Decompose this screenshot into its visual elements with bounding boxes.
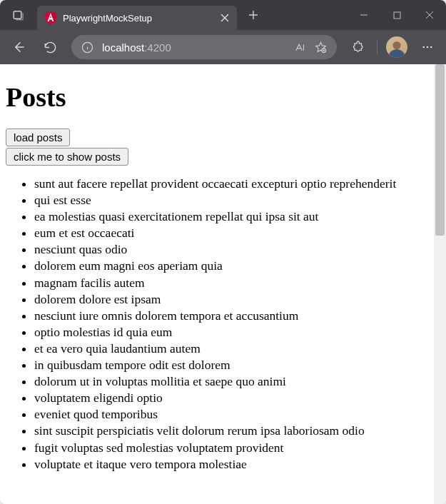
post-item: fugit voluptas sed molestias voluptatem … xyxy=(34,440,428,456)
post-item: eum et est occaecati xyxy=(34,225,428,241)
show-posts-button[interactable]: click me to show posts xyxy=(6,148,128,166)
page-content: Posts load posts click me to show posts … xyxy=(0,64,434,504)
url-host: localhost xyxy=(102,41,144,54)
post-item: sint suscipit perspiciatis velit dolorum… xyxy=(34,423,428,439)
post-item: optio molestias id quia eum xyxy=(34,324,428,341)
back-button[interactable] xyxy=(4,34,33,61)
minimize-button[interactable] xyxy=(348,0,380,30)
vertical-scrollbar[interactable] xyxy=(434,64,446,504)
post-item: et ea vero quia laudantium autem xyxy=(34,341,428,357)
reader-mode-icon[interactable] xyxy=(294,41,306,54)
post-item: eveniet quod temporibus xyxy=(34,406,428,423)
post-item: magnam facilis autem xyxy=(34,275,428,291)
post-item: voluptatem eligendi optio xyxy=(34,390,428,406)
svg-rect-0 xyxy=(14,11,21,19)
titlebar-left: PlaywrightMockSetup xyxy=(0,0,348,30)
more-menu-icon[interactable] xyxy=(413,34,442,61)
tab-actions-icon[interactable] xyxy=(0,9,37,21)
post-item: nesciunt iure omnis dolorem tempora et a… xyxy=(34,308,428,324)
url-port: :4200 xyxy=(144,41,171,54)
load-posts-button[interactable]: load posts xyxy=(6,128,70,146)
page-heading: Posts xyxy=(6,81,428,113)
titlebar: PlaywrightMockSetup xyxy=(0,0,446,30)
scrollbar-thumb[interactable] xyxy=(435,64,445,236)
site-info-icon[interactable] xyxy=(81,41,93,54)
toolbar-right xyxy=(344,34,442,61)
browser-toolbar: localhost:4200 xyxy=(0,30,446,64)
extensions-icon[interactable] xyxy=(344,34,372,61)
post-item: ea molestias quasi exercitationem repell… xyxy=(34,208,428,225)
address-bar-actions xyxy=(294,41,327,54)
post-item: nesciunt quas odio xyxy=(34,241,428,258)
close-tab-icon[interactable] xyxy=(218,11,231,24)
url-text: localhost:4200 xyxy=(102,41,285,54)
browser-window: PlaywrightMockSetup xyxy=(0,0,446,504)
post-item: dolorem eum magni eos aperiam quia xyxy=(34,258,428,274)
post-item: sunt aut facere repellat provident occae… xyxy=(34,176,428,192)
close-window-button[interactable] xyxy=(413,0,446,30)
angular-icon xyxy=(44,11,57,24)
toolbar-separator xyxy=(377,40,377,54)
post-item: dolorem dolore est ipsam xyxy=(34,291,428,308)
svg-rect-3 xyxy=(394,12,400,19)
svg-point-6 xyxy=(422,46,425,49)
maximize-button[interactable] xyxy=(380,0,413,30)
posts-list: sunt aut facere repellat provident occae… xyxy=(6,176,428,473)
svg-point-7 xyxy=(427,46,429,49)
profile-avatar[interactable] xyxy=(386,36,407,58)
address-bar[interactable]: localhost:4200 xyxy=(71,35,337,59)
window-controls xyxy=(348,0,446,30)
post-item: voluptate et itaque vero tempora molesti… xyxy=(34,456,428,473)
tab-title: PlaywrightMockSetup xyxy=(63,13,213,24)
viewport: Posts load posts click me to show posts … xyxy=(0,64,446,504)
browser-tab[interactable]: PlaywrightMockSetup xyxy=(37,6,237,30)
new-tab-button[interactable] xyxy=(241,3,265,27)
favorites-icon[interactable] xyxy=(315,41,327,54)
post-item: qui est esse xyxy=(34,192,428,208)
svg-point-8 xyxy=(430,46,432,49)
refresh-button[interactable] xyxy=(36,34,64,61)
post-item: in quibusdam tempore odit est dolorem xyxy=(34,357,428,373)
post-item: dolorum ut in voluptas mollitia et saepe… xyxy=(34,373,428,390)
